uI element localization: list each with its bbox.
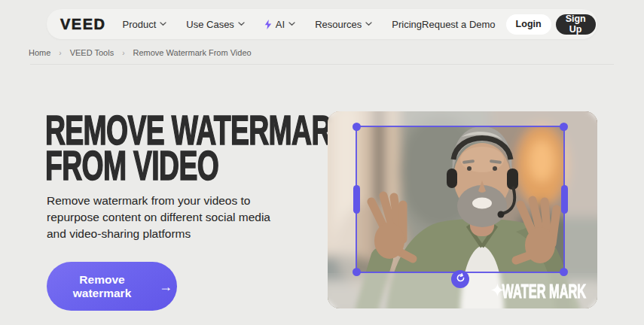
overlay-wash-left (328, 126, 356, 273)
rotate-handle (451, 270, 469, 288)
selection-handle-top-left (353, 123, 361, 131)
signup-button[interactable]: Sign Up (556, 14, 596, 35)
watermark: WATER MARK (490, 281, 586, 302)
overlay-wash-right (565, 126, 597, 273)
rotate-arrow-icon (456, 272, 465, 286)
breadcrumb-separator: › (59, 49, 61, 57)
chevron-down-icon (160, 22, 166, 26)
nav-item-product[interactable]: Product (122, 19, 166, 30)
chevron-down-icon (288, 22, 295, 26)
lightning-bolt-icon (264, 20, 272, 29)
page-title-line2: FROM VIDEO (45, 148, 235, 184)
selection-handle-top-right (560, 123, 568, 131)
breadcrumb-home[interactable]: Home (29, 48, 50, 57)
nav-item-label: Pricing (392, 19, 422, 30)
nav-item-ai[interactable]: AI (264, 19, 295, 30)
nav-links: Product Use Cases AI Resources Pricing (122, 19, 422, 30)
overlay-wash-top (328, 111, 597, 126)
cta-label: Remove watermark (51, 273, 153, 300)
breadcrumb-current-page: Remove Watermark From Video (133, 48, 252, 57)
navbar: VEED Product Use Cases AI Resources Pric… (47, 9, 597, 39)
selection-handle-right (561, 185, 568, 214)
hero-section: REMOVE WATERMARK FROM VIDEO Remove water… (45, 113, 324, 311)
watermark-label: WATER MARK (502, 281, 586, 302)
selection-box (356, 126, 565, 273)
page-title: REMOVE WATERMARK FROM VIDEO (45, 113, 235, 184)
selection-handle-bottom-right (560, 268, 568, 276)
chevron-down-icon (365, 22, 372, 26)
nav-right: Request a Demo Login Sign Up (422, 14, 596, 35)
watermark-label-wrap: WATER MARK (511, 281, 586, 302)
breadcrumb: Home › VEED Tools › Remove Watermark Fro… (29, 48, 252, 57)
breadcrumb-separator: › (122, 49, 124, 57)
nav-item-resources[interactable]: Resources (315, 19, 372, 30)
nav-item-use-cases[interactable]: Use Cases (186, 19, 245, 30)
chevron-down-icon (238, 22, 245, 26)
remove-watermark-button[interactable]: Remove watermark → (47, 262, 177, 311)
video-preview-card: WATER MARK (328, 111, 597, 308)
nav-item-label: AI (276, 19, 285, 30)
login-button[interactable]: Login (506, 14, 551, 35)
arrow-right-icon: → (159, 280, 172, 293)
nav-item-label: Product (122, 19, 156, 30)
veed-logo[interactable]: VEED (60, 16, 105, 33)
nav-item-label: Use Cases (186, 19, 234, 30)
hero-description: Remove watermark from your videos to rep… (47, 193, 282, 242)
selection-handle-left (353, 185, 360, 214)
selection-handle-bottom-left (353, 268, 361, 276)
breadcrumb-veed-tools[interactable]: VEED Tools (70, 48, 114, 57)
nav-item-pricing[interactable]: Pricing (392, 19, 422, 30)
nav-item-label: Resources (315, 19, 362, 30)
request-demo-link[interactable]: Request a Demo (422, 19, 496, 30)
header-divider (30, 64, 614, 65)
